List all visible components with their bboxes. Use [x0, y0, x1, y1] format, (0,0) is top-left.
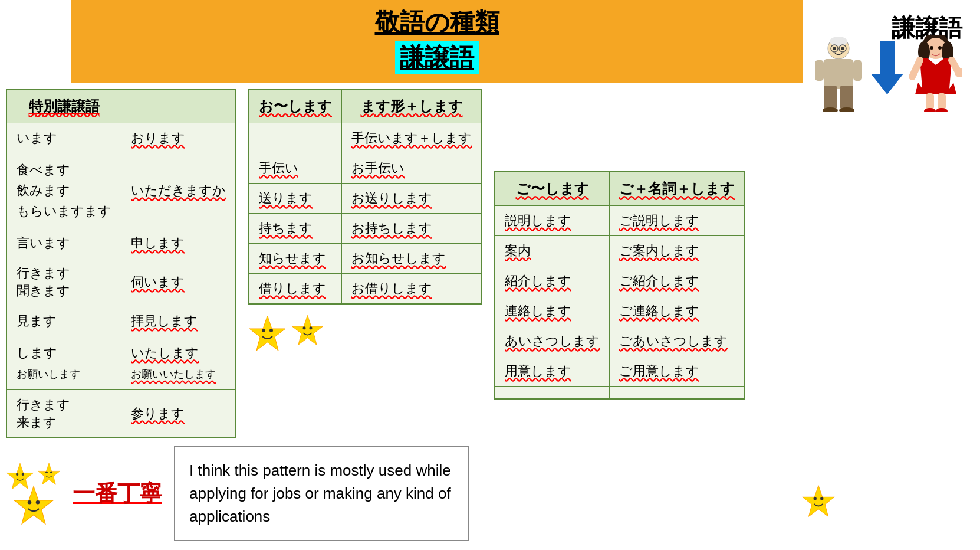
table-cell: ご連絡します	[610, 296, 745, 326]
table-cell: 送ります	[249, 184, 342, 214]
table-cell: ご用意します	[610, 356, 745, 387]
svg-point-43	[820, 497, 823, 500]
right-section: ご〜します ご＋名詞＋します 説明します ご説明します 案内 ご案内します 紹介…	[494, 171, 745, 438]
table-cell: ご説明します	[610, 206, 745, 236]
table-cell: 知らせます	[249, 244, 342, 274]
middle-table-header-col2: ます形＋します	[342, 89, 482, 123]
svg-point-9	[833, 47, 836, 50]
table-cell: 食べます飲みますもらいますます	[6, 153, 121, 228]
svg-point-20	[938, 46, 942, 50]
svg-marker-29	[292, 316, 323, 345]
table-cell: いただきますか	[121, 153, 236, 228]
table-cell: 連絡します	[495, 296, 610, 326]
table-cell: 案内	[495, 236, 610, 266]
table-row: 食べます飲みますもらいますます いただきますか	[6, 153, 236, 228]
table-row: 連絡します ご連絡します	[495, 296, 745, 326]
table-row: 持ちます お持ちします	[249, 214, 482, 244]
svg-point-28	[269, 329, 273, 332]
table-cell: います	[6, 123, 121, 153]
left-section: 特別謙譲語 います おります 食べます飲みますもらいますます いただきますか 言…	[6, 89, 236, 438]
special-table-header-col2	[121, 89, 236, 123]
table-row: 案内 ご案内します	[495, 236, 745, 266]
table-cell: 参ります	[121, 389, 236, 438]
table-row: あいさつします ごあいさつします	[495, 326, 745, 356]
star-icon-2	[291, 314, 324, 346]
bottom-right-star	[801, 484, 836, 520]
table-cell: 行きます聞きます	[6, 258, 121, 306]
table-row: 用意します ご用意します	[495, 356, 745, 387]
table-cell: 説明します	[495, 206, 610, 236]
svg-point-33	[16, 473, 18, 475]
table-cell: 申します	[121, 228, 236, 258]
table-cell: おります	[121, 123, 236, 153]
middle-table-header-col1: お〜します	[249, 89, 342, 123]
svg-marker-26	[249, 316, 285, 351]
table-row: 借りします お借りします	[249, 274, 482, 305]
table-row: 送ります お送りします	[249, 184, 482, 214]
table-cell: お送りします	[342, 184, 482, 214]
table-cell: いたしますお願いいたします	[121, 336, 236, 389]
info-box: I think this pattern is mostly used whil…	[174, 446, 469, 541]
table-cell: お借りします	[342, 274, 482, 305]
bottom-star-large	[13, 484, 54, 526]
svg-point-27	[262, 329, 265, 332]
table-cell: 手伝います＋します	[342, 123, 482, 153]
table-cell	[249, 123, 342, 153]
svg-point-37	[50, 471, 52, 473]
table-row	[495, 387, 745, 400]
table-row: 紹介します ご紹介します	[495, 266, 745, 296]
table-row: 行きます来ます 参ります	[6, 389, 236, 438]
ichiban-label: 一番丁寧	[73, 479, 162, 509]
table-cell	[610, 387, 745, 400]
table-cell: 手伝い	[249, 153, 342, 184]
table-row: 手伝い お手伝い	[249, 153, 482, 184]
table-cell: あいさつします	[495, 326, 610, 356]
bottom-stars-cluster	[6, 462, 61, 526]
svg-marker-38	[14, 486, 53, 524]
svg-point-36	[45, 471, 48, 473]
table-row: います おります	[6, 123, 236, 153]
stars-decoration	[248, 314, 482, 352]
svg-point-30	[302, 326, 305, 329]
main-content: 特別謙譲語 います おります 食べます飲みますもらいますます いただきますか 言…	[0, 83, 980, 444]
table-cell: 借りします	[249, 274, 342, 305]
header-banner: 敬語の種類 謙譲語	[71, 0, 803, 83]
table-cell: 拝見します	[121, 306, 236, 336]
table-cell: 行きます来ます	[6, 389, 121, 438]
star-icon-1	[248, 314, 287, 352]
table-row: 行きます聞きます 伺います	[6, 258, 236, 306]
page-title: 敬語の種類	[83, 6, 791, 39]
svg-point-10	[841, 47, 844, 50]
table-cell: ごあいさつします	[610, 326, 745, 356]
table-row: 知らせます お知らせします	[249, 244, 482, 274]
svg-point-1	[830, 37, 847, 46]
table-cell: ご紹介します	[610, 266, 745, 296]
special-table-header-col1: 特別謙譲語	[6, 89, 121, 123]
svg-point-34	[22, 473, 24, 475]
svg-point-39	[27, 500, 31, 503]
bottom-section: 一番丁寧 I think this pattern is mostly used…	[6, 446, 469, 541]
table-row: しますお願いします いたしますお願いいたします	[6, 336, 236, 389]
right-table-header-col2: ご＋名詞＋します	[610, 172, 745, 206]
bottom-right-star-icon	[801, 484, 836, 518]
table-cell: 見ます	[6, 306, 121, 336]
svg-rect-6	[853, 60, 862, 81]
table-cell	[495, 387, 610, 400]
table-cell: 伺います	[121, 258, 236, 306]
table-cell: ご案内します	[610, 236, 745, 266]
table-row: 言います 申します	[6, 228, 236, 258]
page-subtitle: 謙譲語	[395, 41, 479, 74]
table-cell: 持ちます	[249, 214, 342, 244]
svg-point-19	[930, 46, 933, 50]
table-row: 見ます 拝見します	[6, 306, 236, 336]
table-row: 手伝います＋します	[249, 123, 482, 153]
info-text: I think this pattern is mostly used whil…	[189, 461, 451, 525]
go-shimasu-table: ご〜します ご＋名詞＋します 説明します ご説明します 案内 ご案内します 紹介…	[494, 171, 745, 400]
table-cell: 紹介します	[495, 266, 610, 296]
svg-marker-35	[38, 463, 60, 484]
table-cell: 言います	[6, 228, 121, 258]
table-cell: お知らせします	[342, 244, 482, 274]
table-row: 説明します ご説明します	[495, 206, 745, 236]
table-cell: お手伝い	[342, 153, 482, 184]
svg-marker-41	[803, 486, 834, 517]
